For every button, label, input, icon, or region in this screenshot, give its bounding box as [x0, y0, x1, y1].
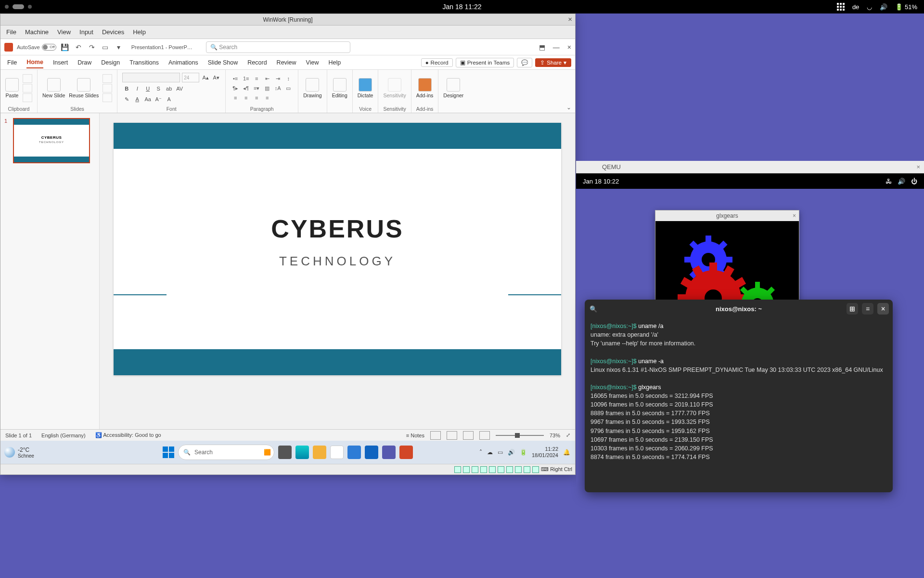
search-icon[interactable]: 🔍 [590, 305, 597, 313]
reset-icon[interactable] [103, 84, 112, 92]
menu-icon[interactable]: ≡ [862, 303, 873, 315]
guest-desktop[interactable]: glxgears× [576, 189, 924, 575]
grow-font-icon[interactable]: A▴ [201, 73, 210, 82]
activities-dot[interactable] [5, 5, 9, 9]
tab-animations[interactable]: Animations [168, 57, 198, 68]
tab-view[interactable]: View [306, 57, 319, 68]
close-icon[interactable]: × [877, 303, 889, 315]
window-close-icon[interactable]: × [567, 43, 571, 51]
autosave-toggle[interactable]: Off [42, 44, 56, 51]
list-level-icon[interactable]: ≡ [252, 74, 261, 83]
terminal-titlebar[interactable]: 🔍 nixos@nixos: ~ ⊞ ≡ × [585, 300, 893, 318]
format-painter-icon[interactable] [23, 93, 32, 102]
vbox-usb-icon[interactable] [480, 466, 487, 473]
slide-title-text[interactable]: CYBERUS [114, 214, 561, 243]
align-menu-icon[interactable]: ≡▾ [252, 84, 261, 92]
layout-icon[interactable] [103, 74, 112, 83]
status-accessibility[interactable]: ♿ Accessibility: Good to go [95, 432, 161, 438]
menu-machine[interactable]: Machine [25, 28, 49, 36]
change-case-icon[interactable]: Aa [143, 95, 152, 104]
status-lang[interactable]: English (Germany) [41, 433, 86, 438]
char-format-icon[interactable]: A [165, 95, 173, 104]
italic-button[interactable]: I [133, 84, 141, 93]
new-slide-button[interactable]: New Slide [42, 78, 65, 98]
battery-icon[interactable]: 🔋 51% [895, 3, 917, 11]
tray-lang-icon[interactable]: ▭ [498, 449, 503, 456]
volume-icon[interactable]: 🔊 [880, 3, 887, 11]
new-tab-icon[interactable]: ⊞ [847, 303, 858, 315]
share-button[interactable]: ⇪ Share ▾ [535, 58, 571, 67]
columns-icon[interactable]: ▥ [262, 84, 272, 92]
menu-help[interactable]: Help [133, 28, 146, 36]
addins-button[interactable]: Add-ins [416, 78, 434, 98]
spacing-button[interactable]: AV [175, 84, 184, 93]
justify-icon[interactable]: ≡ [262, 93, 272, 102]
cut-icon[interactable] [23, 74, 32, 83]
glxgears-titlebar[interactable]: glxgears× [655, 210, 799, 221]
underline-button[interactable]: U [143, 84, 152, 93]
workspace-dot[interactable] [28, 5, 32, 9]
vbox-kbd-icon[interactable] [532, 466, 539, 473]
font-family-select[interactable] [122, 73, 180, 82]
rtl-icon[interactable]: ◂¶ [241, 84, 251, 92]
drawing-button[interactable]: Drawing [303, 78, 322, 98]
reading-view-icon[interactable] [463, 431, 474, 440]
tab-insert[interactable]: Insert [53, 57, 68, 68]
ltr-icon[interactable]: ¶▸ [231, 84, 240, 92]
slide-thumbnail-1[interactable]: CYBERUS TECHNOLOGY [13, 118, 90, 163]
slide-canvas[interactable]: CYBERUS TECHNOLOGY [114, 123, 561, 375]
tab-design[interactable]: Design [101, 57, 120, 68]
shrink-font-icon[interactable]: A▾ [212, 73, 220, 82]
tab-file[interactable]: File [7, 57, 17, 68]
strike-button[interactable]: S [154, 84, 163, 93]
wifi-icon[interactable]: ◡ [867, 3, 872, 11]
notifications-icon[interactable]: 🔔 [563, 449, 570, 456]
terminal-output[interactable]: [nixos@nixos:~]$ uname /auname: extra op… [585, 318, 893, 465]
tab-record[interactable]: Record [247, 57, 267, 68]
align-center-icon[interactable]: ≡ [241, 93, 251, 102]
vbox-net-icon[interactable] [472, 466, 478, 473]
tray-volume-icon[interactable]: 🔊 [508, 449, 515, 456]
bullets-icon[interactable]: •≡ [231, 74, 240, 83]
font-size-select[interactable]: 24 [182, 73, 199, 82]
reuse-slides-button[interactable]: Reuse Slides [69, 78, 99, 98]
sensitivity-button[interactable]: Sensitivity [383, 78, 406, 98]
slide-canvas-area[interactable]: CYBERUS TECHNOLOGY [100, 113, 575, 429]
menu-input[interactable]: Input [79, 28, 93, 36]
guest-clock[interactable]: Jan 18 10:22 [583, 178, 619, 185]
close-icon[interactable]: × [568, 15, 572, 23]
tab-help[interactable]: Help [328, 57, 341, 68]
clear-format-icon[interactable]: A⁻ [154, 95, 163, 104]
tab-home[interactable]: Home [26, 57, 43, 68]
powerpoint-taskbar-icon[interactable] [399, 446, 413, 459]
vbox-mouse-icon[interactable] [524, 466, 530, 473]
status-slide-of[interactable]: Slide 1 of 1 [5, 433, 32, 438]
redo-icon[interactable]: ↷ [87, 42, 97, 52]
guest-volume-icon[interactable]: 🔊 [898, 178, 905, 185]
indent-dec-icon[interactable]: ⇤ [262, 74, 272, 83]
present-teams-button[interactable]: ▣ Present in Teams [456, 58, 514, 67]
normal-view-icon[interactable] [430, 431, 441, 440]
minimize-icon[interactable]: — [553, 43, 560, 51]
menu-view[interactable]: View [57, 28, 71, 36]
tray-battery-icon[interactable]: 🔋 [520, 449, 527, 456]
paste-button[interactable]: Paste [5, 78, 19, 98]
smartart-icon[interactable]: ▭ [283, 84, 293, 92]
indent-inc-icon[interactable]: ⇥ [273, 74, 282, 83]
mail-icon[interactable] [347, 446, 361, 459]
shadow-button[interactable]: ab [165, 84, 173, 93]
vbox-cd-icon[interactable] [463, 466, 470, 473]
bold-button[interactable]: B [122, 84, 131, 93]
terminal-window[interactable]: 🔍 nixos@nixos: ~ ⊞ ≡ × [nixos@nixos:~]$ … [585, 300, 893, 492]
taskview-icon[interactable] [278, 446, 292, 459]
menu-devices[interactable]: Devices [102, 28, 124, 36]
weather-widget[interactable]: -2°CSchnee [4, 447, 34, 459]
vbox-cpu-icon[interactable] [515, 466, 522, 473]
tab-slideshow[interactable]: Slide Show [208, 57, 238, 68]
highlight-icon[interactable]: ✎ [122, 95, 131, 104]
search-input[interactable]: 🔍 Search [206, 41, 350, 53]
gnome-clock[interactable]: Jan 18 11:22 [443, 3, 482, 11]
vbox-shared-icon[interactable] [489, 466, 496, 473]
close-icon[interactable]: × [793, 212, 796, 219]
guest-power-icon[interactable]: ⏻ [911, 178, 917, 185]
